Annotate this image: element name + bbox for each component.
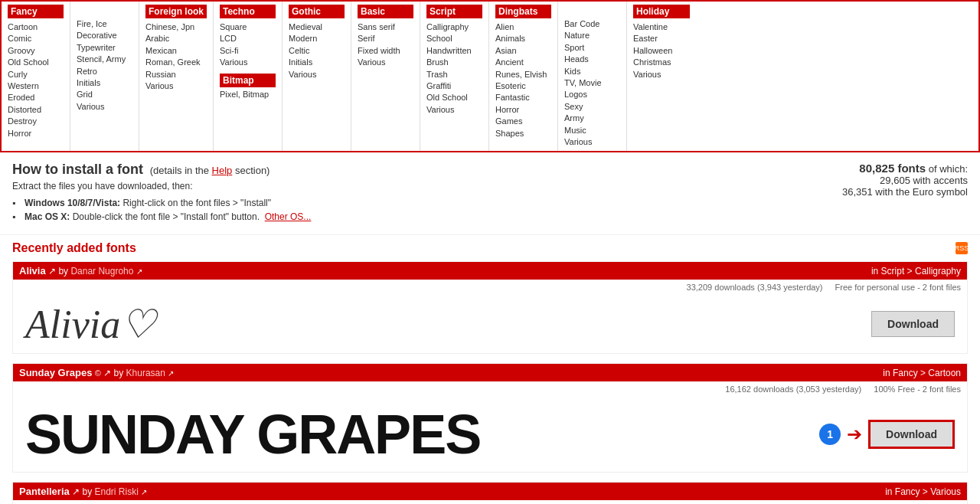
nav-item-logos[interactable]: Logos [564, 89, 620, 100]
nav-item-oldschool-script[interactable]: Old School [426, 92, 482, 103]
nav-item-arabic[interactable]: Arabic [145, 33, 207, 44]
nav-item-russian[interactable]: Russian [145, 69, 207, 80]
nav-header-holiday[interactable]: Holiday [633, 5, 690, 18]
nav-item-ancient[interactable]: Ancient [495, 57, 551, 68]
download-button-sunday[interactable]: Download [868, 420, 955, 449]
nav-item-comic[interactable]: Comic [8, 33, 64, 44]
nav-item-medieval[interactable]: Medieval [289, 21, 345, 33]
nav-item-retro[interactable]: Retro [77, 66, 132, 77]
install-stats: 80,825 fonts of which: 29,605 with accen… [842, 162, 968, 198]
nav-item-destroy[interactable]: Destroy [8, 116, 64, 127]
nav-item-calligraphy[interactable]: Calligraphy [426, 21, 482, 33]
nav-item-various-gothic[interactable]: Various [289, 69, 345, 80]
nav-item-handwritten[interactable]: Handwritten [426, 45, 482, 57]
nav-item-grid[interactable]: Grid [77, 89, 132, 100]
nav-item-sport[interactable]: Sport [564, 42, 620, 54]
nav-header-foreign[interactable]: Foreign look [145, 5, 207, 18]
nav-item-music[interactable]: Music [564, 125, 620, 136]
nav-item-decorative[interactable]: Decorative [77, 30, 132, 41]
nav-section-fire: Fire, Ice Decorative Typewriter Stencil,… [70, 2, 139, 151]
nav-item-christmas[interactable]: Christmas [633, 57, 690, 68]
other-os-link[interactable]: Other OS... [265, 211, 312, 222]
nav-header-basic[interactable]: Basic [358, 5, 413, 18]
nav-item-alien[interactable]: Alien [495, 21, 551, 33]
nav-header-fancy[interactable]: Fancy [8, 5, 64, 18]
nav-item-pixel[interactable]: Pixel, Bitmap [220, 89, 276, 100]
nav-header-bitmap[interactable]: Bitmap [220, 74, 276, 87]
nav-item-various-techno[interactable]: Various [220, 57, 276, 68]
nav-item-shapes[interactable]: Shapes [495, 128, 551, 139]
external-link-icon-sunday[interactable]: ↗ [103, 368, 111, 378]
nav-item-cartoon[interactable]: Cartoon [8, 21, 64, 33]
help-link[interactable]: Help [212, 165, 233, 176]
nav-item-various-foreign[interactable]: Various [145, 80, 207, 92]
nav-item-lcd[interactable]: LCD [220, 33, 276, 44]
nav-item-nature[interactable]: Nature [564, 30, 620, 41]
nav-item-sans-serif[interactable]: Sans serif [358, 21, 413, 33]
nav-item-distorted[interactable]: Distorted [8, 104, 64, 116]
nav-item-barcode[interactable]: Bar Code [564, 18, 620, 30]
nav-item-games[interactable]: Games [495, 116, 551, 127]
nav-item-horror[interactable]: Horror [8, 128, 64, 139]
nav-item-kids[interactable]: Kids [564, 66, 620, 77]
nav-item-halloween[interactable]: Halloween [633, 45, 690, 57]
rss-icon[interactable]: RSS [956, 242, 968, 254]
nav-item-square[interactable]: Square [220, 21, 276, 33]
nav-item-valentine[interactable]: Valentine [633, 21, 690, 33]
nav-item-mexican[interactable]: Mexican [145, 45, 207, 57]
nav-item-fantastic[interactable]: Fantastic [495, 92, 551, 103]
nav-item-various-fancy[interactable]: Various [77, 101, 132, 113]
nav-item-army[interactable]: Army [564, 113, 620, 124]
nav-item-roman[interactable]: Roman, Greek [145, 57, 207, 68]
external-link-icon-pantelleria[interactable]: ↗ [72, 486, 80, 497]
nav-item-brush[interactable]: Brush [426, 57, 482, 68]
nav-item-various-basic[interactable]: Various [358, 57, 413, 68]
nav-header-script[interactable]: Script [426, 5, 482, 18]
nav-item-horror-ding[interactable]: Horror [495, 104, 551, 116]
nav-item-initials-gothic[interactable]: Initials [289, 57, 345, 68]
nav-item-oldschool[interactable]: Old School [8, 57, 64, 68]
install-steps: Windows 10/8/7/Vista: Right-click on the… [12, 198, 311, 222]
nav-item-fire-ice[interactable]: Fire, Ice [77, 18, 132, 30]
nav-item-various-misc[interactable]: Various [564, 136, 620, 148]
author-external-icon-sunday[interactable]: ↗ [168, 369, 174, 378]
nav-item-scifi[interactable]: Sci-fi [220, 45, 276, 57]
author-external-icon[interactable]: ↗ [136, 267, 142, 276]
nav-item-asian[interactable]: Asian [495, 45, 551, 57]
nav-item-runes[interactable]: Runes, Elvish [495, 69, 551, 80]
nav-item-heads[interactable]: Heads [564, 54, 620, 65]
nav-item-school[interactable]: School [426, 33, 482, 44]
nav-item-various-script[interactable]: Various [426, 104, 482, 116]
nav-item-western[interactable]: Western [8, 80, 64, 92]
nav-item-graffiti[interactable]: Graffiti [426, 80, 482, 92]
nav-item-serif[interactable]: Serif [358, 33, 413, 44]
nav-item-celtic[interactable]: Celtic [289, 45, 345, 57]
author-link-alivia[interactable]: Danar Nugroho [70, 266, 133, 277]
nav-item-typewriter[interactable]: Typewriter [77, 42, 132, 54]
font-meta-alivia: 33,209 downloads (3,943 yesterday) Free … [13, 280, 967, 295]
nav-item-esoteric[interactable]: Esoteric [495, 80, 551, 92]
download-button-alivia[interactable]: Download [871, 311, 955, 337]
author-link-pantelleria[interactable]: Endri Riski [94, 486, 138, 497]
nav-header-gothic[interactable]: Gothic [289, 5, 345, 18]
nav-item-eroded[interactable]: Eroded [8, 92, 64, 103]
external-link-icon-alivia[interactable]: ↗ [48, 266, 56, 277]
nav-item-curly[interactable]: Curly [8, 69, 64, 80]
nav-item-chinese[interactable]: Chinese, Jpn [145, 21, 207, 33]
nav-item-groovy[interactable]: Groovy [8, 45, 64, 57]
nav-item-stencil[interactable]: Stencil, Army [77, 54, 132, 65]
nav-item-trash[interactable]: Trash [426, 69, 482, 80]
nav-item-various-holiday[interactable]: Various [633, 69, 690, 80]
nav-item-animals[interactable]: Animals [495, 33, 551, 44]
nav-item-modern[interactable]: Modern [289, 33, 345, 44]
author-external-icon-pantelleria[interactable]: ↗ [141, 488, 147, 496]
nav-header-techno[interactable]: Techno [220, 5, 276, 18]
nav-item-sexy[interactable]: Sexy [564, 101, 620, 113]
nav-item-easter[interactable]: Easter [633, 33, 690, 44]
author-link-sunday[interactable]: Khurasan [126, 368, 165, 378]
nav-header-dingbats[interactable]: Dingbats [495, 5, 551, 18]
nav-item-tvmovie[interactable]: TV, Movie [564, 77, 620, 89]
nav-item-fixed-width[interactable]: Fixed width [358, 45, 413, 57]
nav-item-initials[interactable]: Initials [77, 77, 132, 89]
nav-section-holiday: Holiday Valentine Easter Halloween Chris… [627, 2, 696, 151]
